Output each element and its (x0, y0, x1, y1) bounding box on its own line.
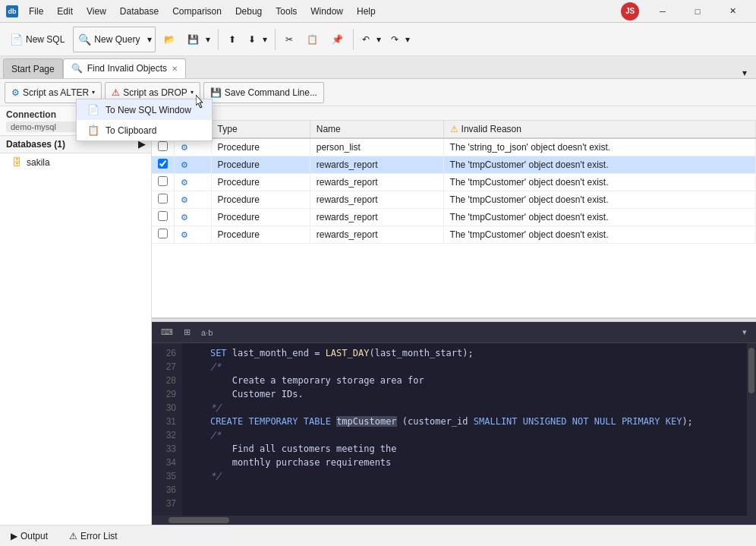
table-row[interactable]: ⚙ Procedure rewards_report The 'tmpCusto… (152, 174, 756, 191)
menu-database[interactable]: Database (114, 5, 165, 18)
redo-button[interactable]: ↷ (387, 27, 402, 52)
menu-debug[interactable]: Debug (229, 5, 268, 18)
line-number: 32 (152, 428, 176, 442)
undo-arrow[interactable]: ▾ (373, 27, 384, 52)
export-button[interactable]: ⬆ (223, 27, 241, 52)
app-icon: db (6, 5, 18, 17)
import-arrow[interactable]: ▾ (260, 27, 270, 52)
tabs-bar: Start Page 🔍 Find Invalid Objects ✕ ▾ (0, 56, 756, 79)
tab-find-invalid[interactable]: 🔍 Find Invalid Objects ✕ (63, 58, 186, 78)
col-reason[interactable]: ⚠Invalid Reason (443, 121, 755, 138)
row-checkbox[interactable] (152, 209, 175, 226)
row-name: rewards_report (310, 209, 443, 226)
maximize-button[interactable]: □ (680, 0, 715, 23)
vertical-scrollbar[interactable] (747, 343, 756, 516)
checkbox-input[interactable] (158, 176, 168, 186)
row-type: Procedure (211, 156, 310, 174)
open-button[interactable]: 📂 (159, 27, 181, 52)
code-tool-2[interactable]: ⊞ (181, 326, 194, 339)
save-cmd-icon: 💾 (210, 87, 222, 98)
menu-view[interactable]: View (80, 5, 112, 18)
cut-icon: ✂ (285, 34, 293, 45)
error-list-tab[interactable]: ⚠ Error List (65, 529, 122, 543)
line-number: 27 (152, 360, 176, 374)
menu-window[interactable]: Window (304, 5, 349, 18)
sep2 (275, 29, 276, 50)
profile-button[interactable]: JS (621, 2, 639, 21)
menu-file[interactable]: File (23, 5, 49, 18)
row-name: rewards_report (310, 226, 443, 244)
menu-tools[interactable]: Tools (269, 5, 303, 18)
minimize-button[interactable]: ─ (645, 0, 680, 23)
dropdown-item-new-window[interactable]: 📄 To New SQL Window (77, 99, 212, 120)
table-row[interactable]: ⚙ Procedure rewards_report The 'tmpCusto… (152, 156, 756, 174)
save-arrow[interactable]: ▾ (203, 27, 213, 52)
table-row[interactable]: ⚙ Procedure rewards_report The 'tmpCusto… (152, 226, 756, 244)
new-sql-button[interactable]: 📄 New SQL (5, 27, 70, 52)
checkbox-input[interactable] (158, 211, 168, 221)
row-checkbox[interactable] (152, 174, 175, 191)
new-sql-icon: 📄 (10, 33, 23, 46)
menu-comparison[interactable]: Comparison (166, 5, 228, 18)
line-number: 26 (152, 346, 176, 360)
paste-button[interactable]: 📌 (326, 27, 348, 52)
line-number: 28 (152, 374, 176, 387)
checkbox-input[interactable] (158, 141, 168, 151)
line-numbers: 262728293031323334353637 (152, 343, 182, 516)
code-scroll-arrow[interactable]: ▾ (739, 326, 750, 339)
results-table: Type Name ⚠Invalid Reason ⚙ Procedure pe… (152, 121, 756, 244)
save-command-button[interactable]: 💾 Save Command Line... (203, 82, 324, 103)
sidebar-item-sakila[interactable]: 🗄 sakila (0, 153, 151, 171)
menu-edit[interactable]: Edit (51, 5, 79, 18)
new-query-arrow[interactable]: ▾ (144, 27, 155, 52)
table-row[interactable]: ⚙ Procedure person_list The 'string_to_j… (152, 138, 756, 156)
sep3 (353, 29, 354, 50)
code-line: */ (188, 469, 741, 483)
code-ab-toggle[interactable]: a·b (198, 327, 216, 339)
output-icon: ▶ (11, 531, 17, 541)
row-type: Procedure (211, 138, 310, 156)
table-row[interactable]: ⚙ Procedure rewards_report The 'tmpCusto… (152, 191, 756, 209)
horizontal-scrollbar[interactable] (152, 516, 756, 525)
code-line: */ (188, 401, 741, 415)
undo-button[interactable]: ↶ (358, 27, 373, 52)
checkbox-input[interactable] (158, 194, 168, 204)
export-icon: ⬆ (228, 34, 236, 45)
code-lines[interactable]: SET last_month_end = LAST_DAY(last_month… (182, 343, 747, 516)
menu-bar: File Edit View Database Comparison Debug… (23, 5, 382, 18)
code-line: /* (188, 428, 741, 442)
tab-start-page[interactable]: Start Page (3, 58, 63, 78)
table-row[interactable]: ⚙ Procedure rewards_report The 'tmpCusto… (152, 209, 756, 226)
checkbox-input[interactable] (158, 229, 168, 238)
sql-window-icon: 📄 (87, 104, 99, 115)
new-query-button[interactable]: 🔍 New Query (74, 27, 144, 52)
copy-button[interactable]: 📋 (301, 27, 323, 52)
output-tab[interactable]: ▶ Output (6, 529, 52, 543)
redo-arrow[interactable]: ▾ (402, 27, 413, 52)
dropdown-item-clipboard[interactable]: 📋 To Clipboard (77, 120, 212, 140)
checkbox-input[interactable] (158, 159, 168, 169)
tab-close-button[interactable]: ✕ (172, 65, 178, 73)
content-area: sakila Type Name ⚠Invalid Reason (152, 106, 756, 525)
row-checkbox[interactable] (152, 191, 175, 209)
dropdown-item-label-0: To New SQL Window (106, 105, 191, 115)
warning-header-icon: ⚠ (450, 124, 458, 134)
main-layout: Connection demo-mysql Databases (1) ▶ 🗄 … (0, 106, 756, 525)
horiz-thumb[interactable] (169, 517, 229, 523)
cut-button[interactable]: ✂ (280, 27, 298, 52)
save-button[interactable]: 💾 (184, 27, 203, 52)
menu-help[interactable]: Help (351, 5, 382, 18)
col-name[interactable]: Name (310, 121, 443, 138)
line-number: 36 (152, 483, 176, 497)
scroll-thumb[interactable] (748, 348, 754, 393)
close-button[interactable]: ✕ (715, 0, 750, 23)
sidebar: Connection demo-mysql Databases (1) ▶ 🗄 … (0, 106, 152, 525)
code-tool-1[interactable]: ⌨ (158, 326, 176, 339)
col-type[interactable]: Type (211, 121, 310, 138)
row-checkbox[interactable] (152, 156, 175, 174)
import-button[interactable]: ⬇ (244, 27, 260, 52)
row-reason: The 'tmpCustomer' object doesn't exist. (443, 174, 755, 191)
row-checkbox[interactable] (152, 226, 175, 244)
error-list-icon: ⚠ (69, 531, 77, 541)
tabs-dropdown-arrow[interactable]: ▾ (742, 68, 747, 78)
